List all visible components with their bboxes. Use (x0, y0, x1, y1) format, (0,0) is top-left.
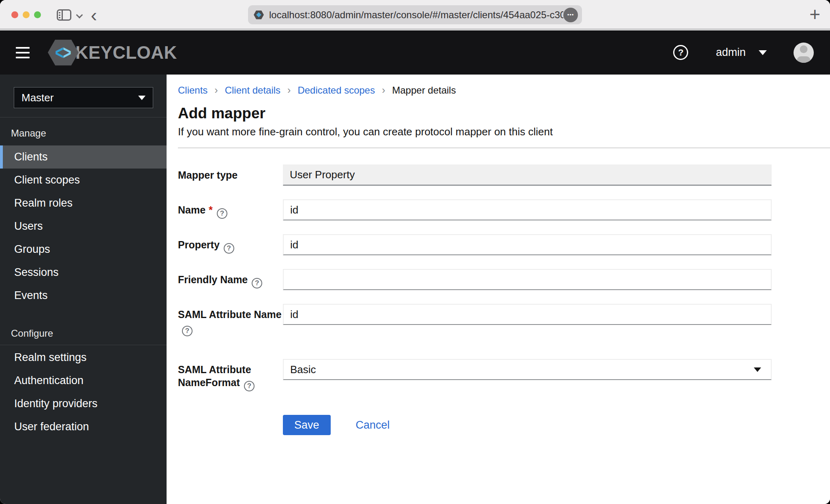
keycloak-hexagon-icon: <> (48, 40, 79, 66)
sidebar-nav-configure: Realm settings Authentication Identity p… (0, 346, 167, 438)
sidebar-item-user-federation[interactable]: User federation (0, 415, 167, 438)
name-field[interactable] (283, 199, 772, 220)
selected-option: Basic (290, 363, 316, 376)
sidebar-nav-manage: Clients Client scopes Realm roles Users … (0, 145, 167, 307)
sidebar-item-authentication[interactable]: Authentication (0, 369, 167, 392)
caret-down-icon (759, 50, 767, 55)
avatar[interactable] (794, 43, 814, 63)
sidebar-item-groups[interactable]: Groups (0, 238, 167, 261)
sidebar-item-realm-settings[interactable]: Realm settings (0, 346, 167, 369)
breadcrumb-separator-icon: › (214, 84, 218, 96)
keycloak-logo: <> KEYCLOAK (48, 40, 177, 66)
saml-nameformat-select[interactable]: Basic (283, 359, 772, 380)
form-actions: Save Cancel (283, 415, 830, 435)
form-row-mapper-type: Mapper type User Property (178, 164, 830, 186)
help-icon[interactable]: ? (224, 243, 234, 254)
form-row-saml-attribute-name: SAML Attribute Name? (178, 304, 830, 336)
sidebar-divider (0, 345, 167, 345)
brand-text: KEYCLOAK (75, 43, 177, 63)
sidebar-item-realm-roles[interactable]: Realm roles (0, 192, 167, 215)
back-button[interactable]: ‹ (91, 1, 97, 29)
keycloak-favicon-icon (254, 11, 264, 19)
cancel-link[interactable]: Cancel (356, 419, 390, 431)
page-title: Add mapper (178, 105, 830, 122)
field-label-name: Name*? (178, 199, 283, 220)
app-header: <> KEYCLOAK ? admin (0, 30, 830, 75)
sidebar-item-clients[interactable]: Clients (0, 145, 167, 169)
user-menu[interactable]: admin (716, 46, 767, 59)
caret-down-icon (754, 367, 761, 372)
sidebar-item-identity-providers[interactable]: Identity providers (0, 392, 167, 415)
required-asterisk: * (209, 204, 213, 216)
save-button[interactable]: Save (283, 415, 331, 435)
form-row-saml-nameformat: SAML Attribute NameFormat? Basic (178, 359, 830, 391)
form-row-property: Property? (178, 234, 830, 255)
help-icon[interactable]: ? (182, 326, 193, 336)
friendly-name-field[interactable] (283, 269, 772, 290)
help-icon[interactable]: ? (673, 45, 688, 60)
header-toolbar: ? admin (673, 43, 830, 63)
form-row-friendly-name: Friendly Name? (178, 269, 830, 290)
url-text: localhost:8080/admin/master/console/#/ma… (269, 9, 563, 21)
breadcrumb-link-clients[interactable]: Clients (178, 85, 208, 96)
minimize-window-button[interactable] (23, 11, 30, 18)
help-icon[interactable]: ? (244, 381, 255, 391)
chevron-down-icon[interactable] (76, 12, 83, 19)
main-content: Clients › Client details › Dedicated sco… (167, 75, 830, 504)
browser-window: ‹ localhost:8080/admin/master/console/#/… (0, 0, 830, 504)
add-mapper-form: Mapper type User Property Name*? Propert… (178, 164, 830, 435)
sidebar: Master Manage Clients Client scopes Real… (0, 75, 167, 504)
breadcrumb-current: Mapper details (392, 85, 456, 96)
username: admin (716, 46, 746, 59)
browser-chrome: ‹ localhost:8080/admin/master/console/#/… (0, 0, 830, 30)
sidebar-item-sessions[interactable]: Sessions (0, 261, 167, 284)
traffic-lights (11, 11, 41, 18)
sidebar-item-client-scopes[interactable]: Client scopes (0, 169, 167, 192)
breadcrumb: Clients › Client details › Dedicated sco… (178, 84, 830, 96)
close-window-button[interactable] (11, 11, 18, 18)
mapper-type-field: User Property (283, 164, 772, 186)
field-label-friendly-name: Friendly Name? (178, 269, 283, 290)
saml-attribute-name-field[interactable] (283, 304, 772, 325)
caret-down-icon (138, 96, 145, 100)
section-label-configure: Configure (0, 307, 167, 340)
hamburger-menu-button[interactable] (16, 47, 30, 58)
form-row-name: Name*? (178, 199, 830, 220)
breadcrumb-link-client-details[interactable]: Client details (225, 85, 280, 96)
breadcrumb-link-dedicated-scopes[interactable]: Dedicated scopes (297, 85, 375, 96)
property-field[interactable] (283, 234, 772, 255)
breadcrumb-separator-icon: › (287, 84, 291, 96)
sidebar-item-events[interactable]: Events (0, 284, 167, 307)
url-ellipsis-button[interactable]: ••• (563, 8, 578, 22)
realm-name: Master (21, 92, 53, 104)
field-label-saml-nameformat: SAML Attribute NameFormat? (178, 359, 283, 391)
content-divider (178, 147, 830, 148)
new-tab-button[interactable]: + (809, 0, 820, 28)
zoom-window-button[interactable] (34, 11, 41, 18)
field-label-property: Property? (178, 234, 283, 255)
sidebar-toggle-icon[interactable] (57, 9, 71, 21)
sidebar-item-users[interactable]: Users (0, 215, 167, 238)
field-label-mapper-type: Mapper type (178, 164, 283, 186)
help-icon[interactable]: ? (217, 208, 227, 219)
realm-selector[interactable]: Master (14, 87, 153, 108)
field-label-saml-attribute-name: SAML Attribute Name? (178, 304, 283, 336)
url-bar[interactable]: localhost:8080/admin/master/console/#/ma… (248, 5, 582, 24)
page-subtitle: If you want more fine-grain control, you… (178, 126, 830, 138)
breadcrumb-separator-icon: › (382, 84, 385, 96)
help-icon[interactable]: ? (252, 278, 262, 288)
section-label-manage: Manage (0, 117, 167, 139)
